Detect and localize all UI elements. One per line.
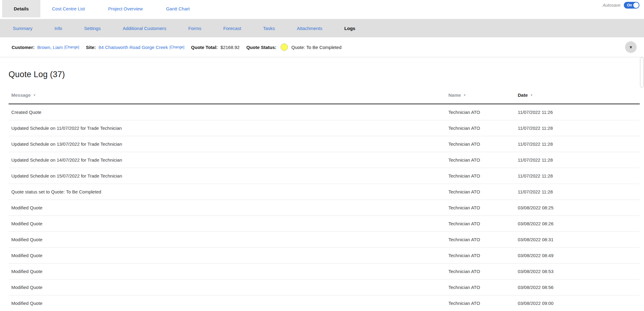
- sub-tab-additional-customers[interactable]: Additional Customers: [112, 26, 177, 31]
- column-header-label: Name: [448, 92, 461, 98]
- sort-desc-icon: ▼: [530, 94, 533, 97]
- top-tab-gantt-chart[interactable]: Gantt Chart: [154, 0, 201, 17]
- table-row: Modified QuoteTechnician ATO03/08/2022 0…: [9, 216, 640, 232]
- cell-name: Technician ATO: [446, 205, 515, 210]
- customer-label: Customer:: [12, 45, 35, 50]
- cell-message: Modified Quote: [9, 285, 446, 290]
- sub-tab-bar: SummaryInfoSettingsAdditional CustomersF…: [0, 19, 644, 37]
- cell-name: Technician ATO: [446, 110, 515, 115]
- cell-name: Technician ATO: [446, 221, 515, 226]
- column-header-message[interactable]: Message▼: [9, 92, 446, 103]
- table-row: Modified QuoteTechnician ATO03/08/2022 0…: [9, 264, 640, 279]
- top-tab-cost-centre-list[interactable]: Cost Centre List: [40, 0, 97, 17]
- cell-date: 11/07/2022 11:28: [515, 157, 640, 163]
- table-row: Modified QuoteTechnician ATO03/08/2022 0…: [9, 295, 640, 311]
- cell-name: Technician ATO: [446, 173, 515, 178]
- sub-tab-summary[interactable]: Summary: [2, 26, 43, 31]
- cell-message: Updated Schedule on 15/07/2022 for Trade…: [9, 173, 446, 178]
- top-tab-bar: DetailsCost Centre ListProject OverviewG…: [0, 0, 644, 17]
- cell-name: Technician ATO: [446, 126, 515, 131]
- cell-name: Technician ATO: [446, 189, 515, 194]
- log-table-body: Created QuoteTechnician ATO11/07/2022 11…: [9, 104, 640, 311]
- table-row: Quote status set to Quote: To Be Complet…: [9, 184, 640, 200]
- cell-date: 11/07/2022 11:28: [515, 189, 640, 194]
- cell-date: 11/07/2022 11:28: [515, 173, 640, 178]
- table-row: Updated Schedule on 14/07/2022 for Trade…: [9, 152, 640, 168]
- cell-message: Modified Quote: [9, 205, 446, 210]
- main-content: Quote Log (37) Message▼Name▼Date▼ Create…: [0, 70, 644, 311]
- sub-tab-forms[interactable]: Forms: [177, 26, 212, 31]
- top-tab-details[interactable]: Details: [2, 0, 40, 17]
- dropdown-arrow-icon: ▼: [629, 45, 633, 49]
- cell-name: Technician ATO: [446, 285, 515, 290]
- cell-message: Modified Quote: [9, 269, 446, 274]
- column-header-label: Date: [518, 92, 528, 98]
- cell-message: Quote status set to Quote: To Be Complet…: [9, 189, 446, 194]
- cell-name: Technician ATO: [446, 253, 515, 258]
- autosave-label: Autosave: [603, 3, 620, 8]
- table-row: Modified QuoteTechnician ATO03/08/2022 0…: [9, 232, 640, 248]
- cell-message: Created Quote: [9, 110, 446, 115]
- cell-date: 03/08/2022 08:56: [515, 285, 640, 290]
- column-header-label: Message: [11, 92, 31, 98]
- site-link[interactable]: 84 Chatsworth Road Gorge Creek: [99, 45, 168, 50]
- quote-status-dot: [281, 43, 288, 51]
- cell-date: 03/08/2022 08:49: [515, 253, 640, 258]
- cell-message: Updated Schedule on 13/07/2022 for Trade…: [9, 141, 446, 147]
- sort-desc-icon: ▼: [33, 94, 36, 97]
- sub-tab-tasks[interactable]: Tasks: [252, 26, 286, 31]
- sub-tab-attachments[interactable]: Attachments: [286, 26, 333, 31]
- cell-message: Modified Quote: [9, 237, 446, 242]
- cell-date: 03/08/2022 08:26: [515, 221, 640, 226]
- sub-tab-forecast[interactable]: Forecast: [212, 26, 252, 31]
- cell-date: 03/08/2022 09:00: [515, 301, 640, 306]
- autosave-toggle-state: On: [624, 3, 632, 7]
- cell-date: 11/07/2022 11:28: [515, 141, 640, 147]
- sub-tab-settings[interactable]: Settings: [73, 26, 112, 31]
- quote-info-bar: Customer: Brown, Liam [Change] Site: 84 …: [0, 37, 644, 57]
- quote-status-value: Quote: To Be Completed: [291, 45, 341, 50]
- sub-tab-info[interactable]: Info: [43, 26, 73, 31]
- customer-change-link[interactable]: [Change]: [64, 45, 79, 49]
- cell-message: Updated Schedule on 14/07/2022 for Trade…: [9, 157, 446, 163]
- autosave-control: Autosave On: [603, 1, 639, 10]
- cell-message: Modified Quote: [9, 221, 446, 226]
- table-row: Updated Schedule on 11/07/2022 for Trade…: [9, 120, 640, 136]
- quote-status-label: Quote Status:: [246, 45, 276, 50]
- page-title: Quote Log (37): [9, 70, 640, 79]
- toggle-knob: [633, 2, 639, 8]
- cell-name: Technician ATO: [446, 269, 515, 274]
- cell-date: 03/08/2022 08:53: [515, 269, 640, 274]
- column-header-name[interactable]: Name▼: [446, 92, 515, 103]
- cell-date: 03/08/2022 08:25: [515, 205, 640, 210]
- table-row: Updated Schedule on 15/07/2022 for Trade…: [9, 168, 640, 184]
- cell-date: 11/07/2022 11:26: [515, 110, 640, 115]
- table-row: Created QuoteTechnician ATO11/07/2022 11…: [9, 104, 640, 120]
- quote-total-label: Quote Total:: [191, 45, 218, 50]
- vertical-scrollbar-thumb[interactable]: [640, 57, 644, 88]
- customer-link[interactable]: Brown, Liam: [37, 45, 63, 50]
- cell-message: Modified Quote: [9, 253, 446, 258]
- column-header-date[interactable]: Date▼: [515, 92, 640, 103]
- cell-name: Technician ATO: [446, 141, 515, 147]
- quote-total-value: $2168.92: [220, 45, 240, 50]
- cell-name: Technician ATO: [446, 237, 515, 242]
- top-tab-project-overview[interactable]: Project Overview: [97, 0, 154, 17]
- table-row: Updated Schedule on 13/07/2022 for Trade…: [9, 136, 640, 152]
- cell-name: Technician ATO: [446, 301, 515, 306]
- site-change-link[interactable]: [Change]: [169, 45, 184, 49]
- site-label: Site:: [86, 45, 96, 50]
- sort-desc-icon: ▼: [463, 94, 466, 97]
- table-row: Modified QuoteTechnician ATO03/08/2022 0…: [9, 200, 640, 216]
- table-row: Modified QuoteTechnician ATO03/08/2022 0…: [9, 248, 640, 264]
- cell-date: 11/07/2022 11:28: [515, 126, 640, 131]
- table-row: Modified QuoteTechnician ATO03/08/2022 0…: [9, 279, 640, 295]
- cell-date: 03/08/2022 08:31: [515, 237, 640, 242]
- autosave-toggle[interactable]: On: [624, 2, 639, 9]
- sub-tab-logs[interactable]: Logs: [333, 26, 366, 31]
- log-table-header: Message▼Name▼Date▼: [9, 92, 640, 104]
- cell-message: Modified Quote: [9, 301, 446, 306]
- cell-message: Updated Schedule on 11/07/2022 for Trade…: [9, 126, 446, 131]
- collapse-header-button[interactable]: ▼: [625, 41, 637, 53]
- cell-name: Technician ATO: [446, 157, 515, 163]
